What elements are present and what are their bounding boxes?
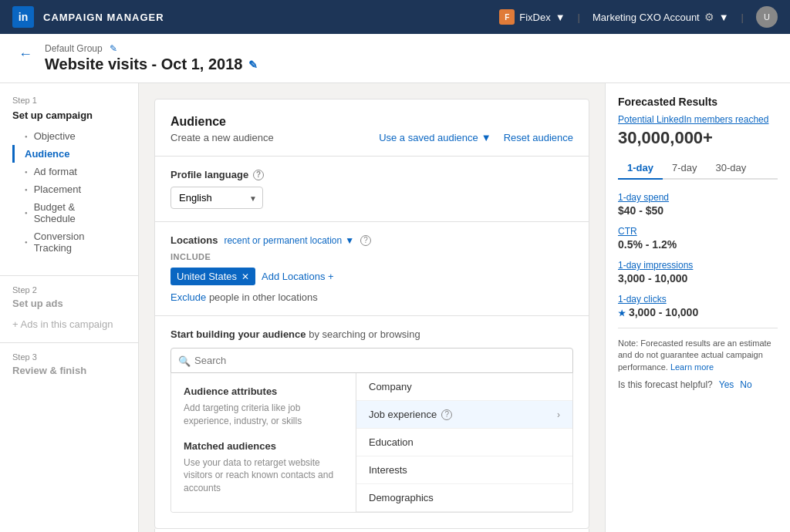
ctr-label[interactable]: CTR	[618, 226, 778, 237]
tab-1day[interactable]: 1-day	[618, 157, 663, 180]
section-divider-2	[155, 221, 589, 222]
location-tag-us: United States ✕	[170, 268, 255, 285]
section-divider-1	[155, 156, 589, 157]
reset-audience-button[interactable]: Reset audience	[504, 132, 573, 143]
clicks-value: ★ 3,000 - 10,000	[618, 306, 778, 318]
sidebar-item-label: Budget & Schedule	[34, 201, 113, 224]
matched-desc: Use your data to retarget website visito…	[184, 456, 343, 495]
content-area: Audience Create a new audience Use a sav…	[139, 83, 605, 532]
audience-browser: Audience attributes Add targeting criter…	[170, 373, 573, 513]
tab-7day[interactable]: 7-day	[663, 157, 707, 180]
audience-header-row: Create a new audience Use a saved audien…	[170, 132, 573, 143]
sidebar-items: ● Objective Audience ● Ad format ● Place…	[12, 127, 126, 257]
audience-card: Audience Create a new audience Use a sav…	[154, 99, 589, 529]
potential-label[interactable]: Potential LinkedIn members reached	[618, 114, 778, 125]
breadcrumb: Default Group ✎	[45, 43, 258, 54]
sidebar-item-label: Ad format	[34, 166, 77, 177]
sidebar-step-3: Step 3 Review & finish	[0, 352, 138, 376]
menu-item-demographics[interactable]: Demographics	[356, 484, 572, 512]
tab-30day[interactable]: 30-day	[707, 157, 756, 180]
back-button[interactable]: ←	[19, 46, 32, 62]
clicks-label[interactable]: 1-day clicks	[618, 294, 778, 305]
helpful-yes-button[interactable]: Yes	[719, 379, 734, 390]
profile-lang-select-wrapper: English ▼	[170, 187, 263, 209]
matched-title: Matched audiences	[184, 440, 343, 452]
menu-item-label: Company	[369, 381, 412, 392]
sidebar-item-conversion[interactable]: ● Conversion Tracking	[12, 227, 126, 257]
helpful-row: Is this forecast helpful? Yes No	[618, 379, 778, 390]
menu-item-company[interactable]: Company	[356, 373, 572, 401]
gear-icon[interactable]: ⚙	[704, 11, 714, 23]
sidebar-item-label: Conversion Tracking	[34, 231, 113, 254]
spend-value: $40 - $50	[618, 204, 778, 217]
exclude-people-text: people in other locations	[209, 291, 318, 303]
user-avatar[interactable]: U	[756, 6, 778, 28]
impressions-value: 3,000 - 10,000	[618, 272, 778, 285]
profile-language-section: Profile language ? English ▼	[170, 169, 573, 209]
profile-lang-label: Profile language ?	[170, 169, 573, 180]
sidebar-item-label: Audience	[25, 148, 70, 160]
audience-search-section: Start building your audience by searchin…	[170, 328, 573, 513]
sidebar-item-budget[interactable]: ● Budget & Schedule	[12, 198, 126, 227]
location-tag-label: United States	[177, 271, 237, 282]
page-title-text: Website visits - Oct 1, 2018	[45, 56, 242, 73]
nav-divider-2: |	[741, 12, 744, 23]
bullet-icon: ●	[25, 134, 28, 139]
page-header: ← Default Group ✎ Website visits - Oct 1…	[0, 34, 790, 83]
impressions-label[interactable]: 1-day impressions	[618, 260, 778, 271]
brand-selector[interactable]: F FixDex ▼	[499, 9, 565, 25]
sidebar-step-2: Step 2 Set up ads + Ads in this campaign	[0, 285, 138, 333]
sidebar-item-audience[interactable]: Audience	[12, 145, 126, 163]
location-tag-remove-icon[interactable]: ✕	[241, 271, 249, 282]
audience-subtitle: Create a new audience	[170, 132, 274, 143]
spend-label[interactable]: 1-day spend	[618, 192, 778, 203]
location-tags: United States ✕ Add Locations +	[170, 268, 573, 285]
start-building-text: Start building your audience	[170, 328, 306, 340]
job-experience-help-icon[interactable]: ?	[441, 409, 452, 420]
audience-menu-panel: Company Job experience ? › Education	[356, 373, 572, 512]
sidebar-item-placement[interactable]: ● Placement	[12, 180, 126, 198]
menu-item-left: Job experience ?	[369, 409, 452, 420]
sidebar-item-adformat[interactable]: ● Ad format	[12, 163, 126, 180]
sidebar-divider-2	[0, 342, 138, 343]
search-wrapper: 🔍	[170, 348, 573, 373]
step2-title: Set up ads	[12, 298, 126, 309]
locations-header: Locations recent or permanent location ▼…	[170, 234, 573, 246]
dropdown-chevron-icon: ▼	[481, 132, 491, 143]
menu-item-label: Education	[369, 436, 414, 448]
bottom-section: Exclude people + LinkedIn tools may not …	[154, 529, 589, 532]
locations-section: Locations recent or permanent location ▼…	[170, 234, 573, 303]
nav-divider: |	[578, 12, 580, 23]
step1-title: Set up campaign	[12, 109, 126, 121]
add-locations-button[interactable]: Add Locations +	[262, 271, 334, 282]
step2-label: Step 2	[12, 285, 126, 295]
bullet-icon: ●	[25, 187, 28, 192]
account-selector[interactable]: Marketing CXO Account ⚙ ▼	[592, 11, 729, 23]
sidebar-item-label: Objective	[34, 130, 76, 142]
audience-search-input[interactable]	[170, 348, 573, 373]
profile-lang-select[interactable]: English	[170, 187, 263, 209]
locations-type-label: recent or permanent location	[224, 235, 342, 246]
forecast-learn-more-link[interactable]: Learn more	[670, 362, 714, 372]
menu-item-education[interactable]: Education	[356, 429, 572, 456]
clicks-metric: 1-day clicks ★ 3,000 - 10,000	[618, 294, 778, 318]
exclude-link[interactable]: Exclude	[170, 291, 206, 303]
locations-label: Locations	[170, 234, 218, 246]
menu-item-job-experience[interactable]: Job experience ? ›	[356, 401, 572, 429]
sidebar-step-1: Step 1 Set up campaign ● Objective Audie…	[0, 96, 138, 266]
breadcrumb-edit-icon[interactable]: ✎	[110, 43, 117, 54]
locations-type-dropdown[interactable]: recent or permanent location ▼	[224, 235, 354, 246]
bullet-icon: ●	[25, 170, 28, 174]
top-navigation: in CAMPAIGN MANAGER F FixDex ▼ | Marketi…	[0, 0, 790, 34]
helpful-no-button[interactable]: No	[740, 379, 751, 390]
locations-help-icon[interactable]: ?	[360, 235, 371, 246]
use-saved-audience-button[interactable]: Use a saved audience ▼	[379, 132, 491, 143]
sidebar-item-ads[interactable]: + Ads in this campaign	[12, 315, 126, 333]
spend-metric: 1-day spend $40 - $50	[618, 192, 778, 217]
bullet-icon: ●	[25, 210, 28, 215]
page-title-edit-icon[interactable]: ✎	[248, 59, 258, 71]
sidebar-item-objective[interactable]: ● Objective	[12, 127, 126, 145]
help-icon[interactable]: ?	[253, 170, 264, 180]
menu-item-interests[interactable]: Interests	[356, 456, 572, 484]
search-icon: 🔍	[178, 355, 191, 366]
